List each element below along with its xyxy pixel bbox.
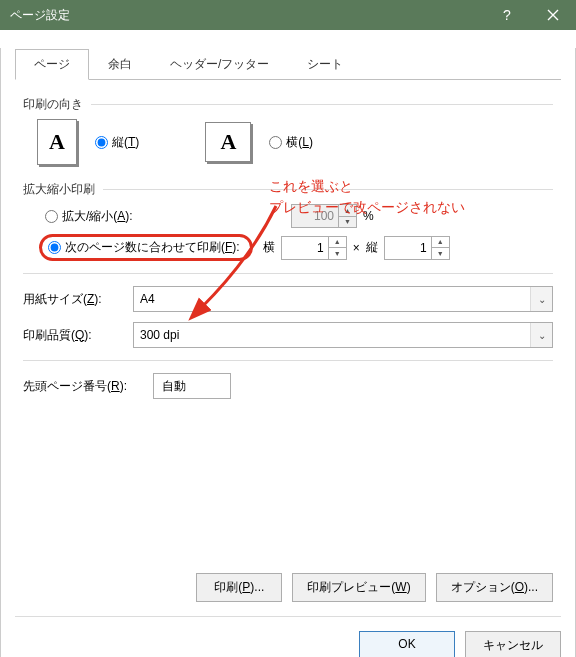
print-quality-row: 印刷品質(Q): 300 dpi ⌄: [23, 322, 553, 348]
chevron-down-icon[interactable]: ⌄: [530, 287, 552, 311]
tab-sheet[interactable]: シート: [288, 49, 362, 80]
spinner-arrows[interactable]: ▲▼: [431, 237, 449, 259]
help-button[interactable]: ?: [484, 0, 530, 30]
tall-value[interactable]: [385, 237, 431, 259]
footer-buttons: 印刷(P)... 印刷プレビュー(W) オプション(O)...: [196, 573, 553, 602]
print-quality-combo[interactable]: 300 dpi ⌄: [133, 322, 553, 348]
tall-label: 縦: [366, 239, 378, 256]
portrait-radio-input[interactable]: [95, 136, 108, 149]
wide-spinner[interactable]: ▲▼: [281, 236, 347, 260]
print-button[interactable]: 印刷(P)...: [196, 573, 282, 602]
tab-margins[interactable]: 余白: [89, 49, 151, 80]
paper-size-value: A4: [140, 292, 155, 306]
chevron-down-icon[interactable]: ⌄: [530, 323, 552, 347]
close-icon: [547, 9, 559, 21]
landscape-radio[interactable]: 横(L): [269, 134, 313, 151]
portrait-icon: A: [37, 119, 77, 165]
annotation-text: これを選ぶと プレビューで改ページされない: [269, 176, 465, 218]
orientation-group-label: 印刷の向き: [23, 96, 553, 113]
fit-radio-input[interactable]: [48, 241, 61, 254]
options-button[interactable]: オプション(O)...: [436, 573, 553, 602]
landscape-icon: A: [205, 122, 251, 162]
first-page-input[interactable]: 自動: [153, 373, 231, 399]
tab-page[interactable]: ページ: [15, 49, 89, 80]
paper-size-combo[interactable]: A4 ⌄: [133, 286, 553, 312]
divider: [23, 360, 553, 361]
down-arrow-icon[interactable]: ▼: [339, 217, 356, 228]
tab-strip: ページ 余白 ヘッダー/フッター シート: [15, 48, 561, 80]
adjust-radio-input[interactable]: [45, 210, 58, 223]
up-arrow-icon[interactable]: ▲: [432, 237, 449, 249]
wide-label: 横: [263, 239, 275, 256]
fit-row: 次のページ数に合わせて印刷(F): 横 ▲▼ × 縦 ▲▼: [39, 234, 553, 261]
down-arrow-icon[interactable]: ▼: [432, 248, 449, 259]
tall-spinner[interactable]: ▲▼: [384, 236, 450, 260]
window-title: ページ設定: [10, 7, 484, 24]
ok-button[interactable]: OK: [359, 631, 455, 657]
down-arrow-icon[interactable]: ▼: [329, 248, 346, 259]
fit-radio[interactable]: 次のページ数に合わせて印刷(F):: [48, 239, 240, 256]
wide-value[interactable]: [282, 237, 328, 259]
close-button[interactable]: [530, 0, 576, 30]
fit-highlight: 次のページ数に合わせて印刷(F):: [39, 234, 253, 261]
tab-header-footer[interactable]: ヘッダー/フッター: [151, 49, 288, 80]
spinner-arrows[interactable]: ▲▼: [328, 237, 346, 259]
paper-size-row: 用紙サイズ(Z): A4 ⌄: [23, 286, 553, 312]
ok-cancel-row: OK キャンセル: [15, 616, 561, 657]
print-preview-button[interactable]: 印刷プレビュー(W): [292, 573, 425, 602]
cancel-button[interactable]: キャンセル: [465, 631, 561, 657]
times-label: ×: [353, 241, 360, 255]
divider: [23, 273, 553, 274]
orientation-row: A 縦(T) A 横(L): [37, 119, 553, 165]
print-quality-value: 300 dpi: [140, 328, 179, 342]
up-arrow-icon[interactable]: ▲: [329, 237, 346, 249]
landscape-radio-input[interactable]: [269, 136, 282, 149]
adjust-radio[interactable]: 拡大/縮小(A):: [45, 208, 285, 225]
dialog-body: ページ 余白 ヘッダー/フッター シート 印刷の向き A 縦(T) A 横(L)…: [0, 48, 576, 657]
title-bar: ページ設定 ?: [0, 0, 576, 30]
first-page-value: 自動: [162, 378, 186, 395]
portrait-radio[interactable]: 縦(T): [95, 134, 139, 151]
first-page-row: 先頭ページ番号(R): 自動: [23, 373, 553, 399]
tab-content: 印刷の向き A 縦(T) A 横(L) 拡大縮小印刷 拡大/縮小(A): ▲▼: [1, 80, 575, 419]
